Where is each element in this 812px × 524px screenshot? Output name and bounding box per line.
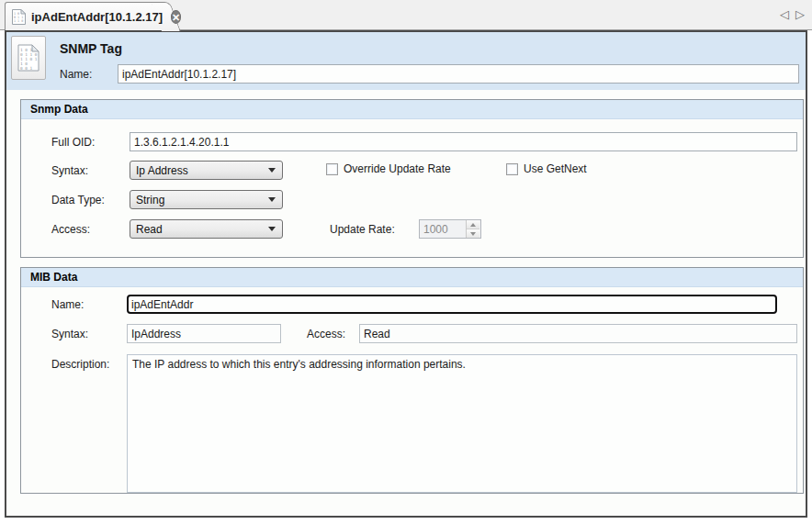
binary-document-icon: 1 0 0 1 1 1 1 0 (12, 9, 26, 25)
access-dropdown[interactable]: Read (130, 219, 283, 239)
spinner-down-icon (470, 232, 476, 236)
access-dropdown-value: Read (130, 223, 268, 236)
spinner-up-button[interactable] (467, 220, 479, 229)
mib-data-group: MIB Data Name: Syntax: Access: Descripti… (20, 267, 804, 494)
update-rate-label: Update Rate: (330, 223, 395, 236)
chevron-down-icon (268, 227, 276, 231)
chevron-down-icon (268, 168, 276, 173)
tab-ipadentaddr[interactable]: 1 0 0 1 1 1 1 0 ipAdEntAddr[10.1.2.17] ✕ (5, 2, 164, 30)
data-type-label: Data Type: (51, 194, 105, 206)
tab-bar: 1 0 0 1 1 1 1 0 ipAdEntAddr[10.1.2.17] ✕… (0, 0, 812, 30)
document-panel: 1 0 1 0 1 1 0 1 1 0 1 1 0 0 0 1 SNMP Tag… (5, 30, 807, 518)
spinner-up-icon (470, 223, 476, 227)
svg-text:1 1 0: 1 1 0 (14, 19, 23, 23)
tab-close-button[interactable]: ✕ (171, 10, 181, 24)
mib-data-group-header: MIB Data (21, 268, 803, 287)
spinner-down-button[interactable] (467, 229, 479, 238)
update-rate-input (420, 220, 466, 238)
mib-name-input[interactable] (127, 295, 777, 314)
snmp-data-group-header: Snmp Data (21, 100, 803, 119)
syntax-dropdown-value: Ip Address (130, 164, 268, 177)
mib-syntax-label: Syntax: (51, 328, 88, 340)
syntax-label: Syntax: (51, 164, 88, 177)
mib-access-field[interactable] (359, 324, 797, 343)
checkbox-icon (326, 163, 338, 175)
override-update-rate-label: Override Update Rate (344, 162, 451, 175)
close-icon: ✕ (172, 12, 180, 23)
mib-data-group-title: MIB Data (30, 268, 77, 286)
syntax-dropdown[interactable]: Ip Address (130, 161, 283, 180)
checkbox-icon (506, 163, 518, 175)
content-area: Snmp Data Full OID: Syntax: Ip Address O… (6, 90, 806, 516)
tab-scroll-controls: ◁ ▷ (780, 7, 805, 22)
svg-text:0 0 1: 0 0 1 (20, 66, 33, 71)
mib-syntax-field[interactable] (127, 324, 281, 343)
tag-name-label: Name: (60, 68, 92, 81)
use-getnext-checkbox[interactable]: Use GetNext (506, 162, 587, 175)
description-textarea[interactable]: The IP address to which this entry's add… (127, 354, 797, 493)
mib-access-label: Access: (307, 328, 345, 340)
use-getnext-label: Use GetNext (524, 162, 587, 175)
description-label: Description: (51, 358, 109, 371)
data-type-dropdown-value: String (130, 194, 268, 206)
snmp-data-group: Snmp Data Full OID: Syntax: Ip Address O… (20, 99, 804, 258)
tab-label: ipAdEntAddr[10.1.2.17] (31, 10, 163, 24)
mib-name-label: Name: (51, 298, 84, 311)
snmp-data-group-title: Snmp Data (30, 100, 88, 118)
update-rate-spinner[interactable] (419, 219, 481, 239)
chevron-down-icon (268, 197, 276, 202)
snmp-tag-editor-window: 1 0 0 1 1 1 1 0 ipAdEntAddr[10.1.2.17] ✕… (0, 0, 812, 524)
page-title: SNMP Tag (60, 41, 122, 56)
snmp-tag-header: 1 0 1 0 1 1 0 1 1 0 1 1 0 0 0 1 SNMP Tag… (6, 32, 806, 90)
tab-scroll-right-button[interactable]: ▷ (795, 7, 805, 22)
access-label: Access: (51, 223, 90, 236)
full-oid-input[interactable] (130, 132, 797, 151)
spinner-buttons (466, 220, 479, 238)
tab-scroll-left-button[interactable]: ◁ (780, 7, 789, 22)
binary-document-icon-large: 1 0 1 0 1 1 0 1 1 0 1 1 0 0 0 1 (11, 36, 46, 80)
data-type-dropdown[interactable]: String (130, 190, 283, 209)
override-update-rate-checkbox[interactable]: Override Update Rate (326, 162, 451, 175)
full-oid-label: Full OID: (51, 136, 95, 149)
tag-name-input[interactable] (118, 64, 799, 84)
